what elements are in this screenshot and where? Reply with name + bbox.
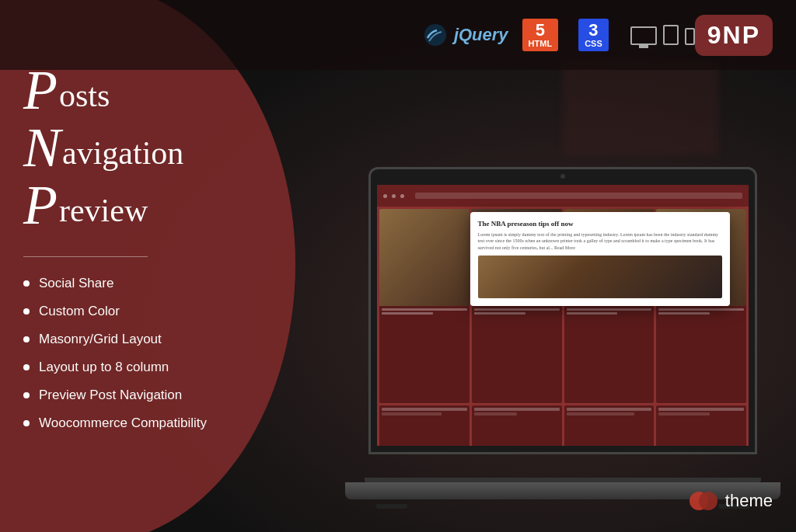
fake-card-line bbox=[382, 308, 467, 311]
feature-label: Woocommerce Compatibility bbox=[39, 416, 207, 431]
jquery-badge: jQuery bbox=[421, 21, 508, 49]
svg-point-1 bbox=[699, 492, 717, 510]
device-icons bbox=[630, 25, 695, 45]
title-n-letter: N bbox=[23, 120, 61, 176]
fake-card-line bbox=[567, 312, 618, 315]
fake-card bbox=[379, 209, 470, 403]
fake-nav-dot bbox=[383, 194, 387, 198]
fake-site-header bbox=[377, 185, 749, 207]
laptop-screen-inner: The NBA preseason tips off now Lorem ips… bbox=[377, 185, 749, 446]
title-divider bbox=[23, 256, 148, 257]
bullet-icon bbox=[23, 364, 30, 370]
html5-box: 5 HTML bbox=[522, 19, 559, 51]
fake-card-line bbox=[474, 308, 560, 311]
tablet-icon bbox=[663, 25, 679, 45]
list-item: Social Share bbox=[23, 276, 272, 291]
popup-image bbox=[478, 256, 723, 298]
title-line-3: P review bbox=[23, 177, 272, 233]
bullet-icon bbox=[23, 392, 30, 398]
laptop-camera bbox=[560, 174, 565, 179]
fake-nav-dot bbox=[392, 194, 396, 198]
fake-line bbox=[474, 412, 517, 416]
title-review: review bbox=[59, 177, 148, 230]
laptop-screen-outer: The NBA preseason tips off now Lorem ips… bbox=[368, 167, 757, 454]
list-item: Layout up to 8 column bbox=[23, 360, 272, 375]
bullet-icon bbox=[23, 280, 30, 287]
tech-badges: jQuery 5 HTML 3 CSS bbox=[421, 19, 695, 51]
top-bar: jQuery 5 HTML 3 CSS 9NP bbox=[0, 0, 796, 70]
feature-label: Social Share bbox=[39, 276, 113, 291]
theme-logo: theme bbox=[688, 485, 773, 516]
left-panel: P osts N avigation P review Social Share… bbox=[0, 0, 295, 532]
title-p-letter: P bbox=[23, 62, 58, 118]
jquery-icon bbox=[421, 21, 449, 49]
fake-line bbox=[382, 408, 467, 411]
laptop-body: The NBA preseason tips off now Lorem ips… bbox=[345, 167, 780, 485]
fake-card-line bbox=[474, 312, 525, 315]
title-avigation: avigation bbox=[62, 120, 183, 172]
list-item: Preview Post Navigation bbox=[23, 388, 272, 403]
css3-box: 3 CSS bbox=[578, 19, 609, 51]
fake-popup: The NBA preseason tips off now Lorem ips… bbox=[470, 212, 731, 306]
fake-card-line bbox=[567, 308, 652, 311]
fake-card-text bbox=[564, 306, 655, 318]
bullet-icon bbox=[23, 336, 30, 342]
title-line-1: P osts bbox=[23, 62, 272, 118]
bullet-icon bbox=[23, 308, 30, 315]
fake-bottom-card bbox=[472, 405, 562, 446]
popup-body: Lorem ipsum is simply dummy text of the … bbox=[478, 231, 723, 251]
title-osts: osts bbox=[59, 62, 110, 115]
fake-line bbox=[567, 408, 652, 411]
fake-card-text bbox=[656, 306, 746, 318]
bullet-icon bbox=[23, 420, 30, 426]
laptop-foot-left bbox=[376, 504, 407, 509]
fake-card-text bbox=[379, 306, 470, 318]
list-item: Masonry/Grid Layout bbox=[23, 332, 272, 347]
bg-blur-1 bbox=[563, 62, 718, 155]
fake-bottom-card bbox=[656, 405, 746, 446]
fake-line bbox=[382, 412, 442, 416]
left-content: P osts N avigation P review Social Share… bbox=[0, 0, 295, 467]
phone-icon bbox=[685, 28, 695, 45]
title-p2-letter: P bbox=[23, 177, 58, 233]
title-block: P osts N avigation P review bbox=[23, 62, 272, 233]
feature-label: Layout up to 8 column bbox=[39, 360, 169, 375]
fake-bottom-grid bbox=[377, 405, 749, 446]
popup-title: The NBA preseason tips off now bbox=[478, 220, 723, 228]
fake-line bbox=[474, 408, 560, 411]
fake-card-line bbox=[382, 312, 433, 315]
features-list: Social Share Custom Color Masonry/Grid L… bbox=[23, 276, 272, 431]
monitor-icon bbox=[630, 26, 657, 45]
title-line-2: N avigation bbox=[23, 120, 272, 176]
fake-card-img bbox=[379, 209, 470, 306]
laptop-mockup: The NBA preseason tips off now Lorem ips… bbox=[345, 167, 780, 509]
fake-site: The NBA preseason tips off now Lorem ips… bbox=[377, 185, 749, 446]
gnp-text: 9NP bbox=[707, 21, 760, 50]
list-item: Woocommerce Compatibility bbox=[23, 416, 272, 431]
theme-text: theme bbox=[725, 491, 773, 511]
fake-bottom-card bbox=[564, 405, 655, 446]
jquery-label: jQuery bbox=[454, 25, 508, 45]
feature-label: Custom Color bbox=[39, 304, 120, 319]
fake-line bbox=[658, 412, 710, 416]
html5-badge: 5 HTML bbox=[522, 19, 559, 51]
theme-logo-icon bbox=[688, 485, 719, 516]
fake-card-text bbox=[472, 306, 562, 318]
fake-line bbox=[658, 408, 744, 411]
fake-card-line bbox=[658, 312, 710, 315]
fake-nav-dot bbox=[400, 194, 404, 198]
fake-card-line bbox=[658, 308, 744, 311]
feature-label: Masonry/Grid Layout bbox=[39, 332, 162, 347]
list-item: Custom Color bbox=[23, 304, 272, 319]
fake-url-bar bbox=[415, 193, 742, 199]
fake-line bbox=[567, 412, 635, 416]
fake-bottom-card bbox=[379, 405, 470, 446]
css3-badge: 3 CSS bbox=[572, 19, 609, 51]
gnp-logo: 9NP bbox=[695, 15, 773, 56]
feature-label: Preview Post Navigation bbox=[39, 388, 182, 403]
